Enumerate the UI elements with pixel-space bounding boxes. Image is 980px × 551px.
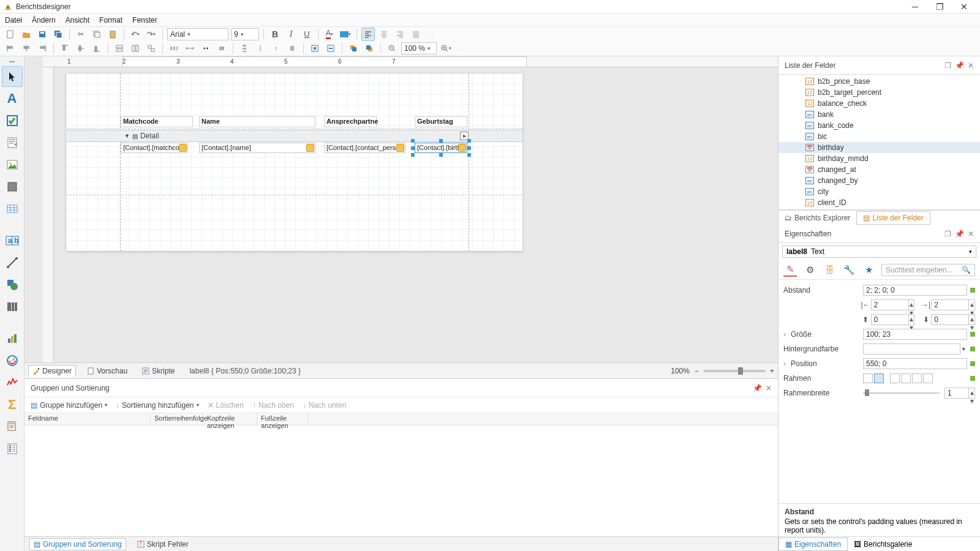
prop-abstand-value[interactable]: 2; 2; 0; 0: [863, 285, 967, 296]
delete-button[interactable]: ✕Löschen: [208, 401, 244, 410]
tool-panel[interactable]: [2, 176, 23, 197]
cat-design-icon[interactable]: 🔧: [842, 263, 856, 277]
new-icon[interactable]: [4, 28, 17, 41]
close-button[interactable]: ✕: [952, 2, 976, 12]
report-page[interactable]: MatchcodeNameAnsprechpartneGeburtstag ▼▤…: [66, 73, 522, 251]
align-left-icon[interactable]: [361, 28, 375, 41]
field-list-item[interactable]: 12b2b_price_base: [778, 76, 980, 87]
menu-aendern[interactable]: Ändern: [32, 16, 56, 24]
toolbox-overflow-icon[interactable]: •••: [9, 59, 15, 65]
tab-groups[interactable]: ▤Gruppen und Sortierung: [29, 538, 126, 550]
minimize-button[interactable]: ─: [903, 2, 927, 12]
expand-icon[interactable]: ›: [783, 359, 791, 368]
column-header[interactable]: Geburtstag: [415, 116, 467, 127]
center-vert-icon[interactable]: [324, 42, 337, 55]
tool-image[interactable]: [2, 154, 23, 175]
expand-icon[interactable]: ›: [783, 330, 791, 339]
save-all-icon[interactable]: [51, 28, 65, 41]
column-header[interactable]: Name: [199, 116, 315, 127]
tab-report-explorer[interactable]: 🗂Berichts Explorer: [778, 212, 856, 224]
band-smart-tag-icon[interactable]: ▸: [460, 132, 469, 140]
prop-marker-icon[interactable]: [970, 347, 975, 351]
prop-marker-icon[interactable]: [970, 332, 975, 337]
cat-behavior-icon[interactable]: ⚙: [803, 263, 816, 277]
tool-table[interactable]: [2, 198, 23, 219]
tab-field-list[interactable]: ▤Liste der Felder: [856, 211, 930, 225]
prop-padding-right[interactable]: 2: [931, 299, 969, 310]
prop-marker-icon[interactable]: [970, 376, 975, 381]
tool-toc[interactable]: [2, 438, 23, 459]
window-icon[interactable]: ❐: [944, 61, 951, 70]
close-icon[interactable]: ✕: [968, 61, 974, 70]
tool-sparkline[interactable]: [2, 372, 23, 393]
prop-padding-top[interactable]: 0: [871, 314, 909, 325]
hspace-increase-icon[interactable]: [183, 42, 197, 55]
font-name-combo[interactable]: Arial▾: [167, 28, 228, 40]
menu-fenster[interactable]: Fenster: [132, 16, 157, 24]
tool-gauge[interactable]: [2, 350, 23, 371]
field-list-item[interactable]: 📅changed_at: [778, 164, 980, 175]
tab-preview[interactable]: Vorschau: [83, 365, 131, 377]
close-icon[interactable]: ✕: [968, 230, 974, 238]
tool-checkbox[interactable]: [2, 110, 23, 131]
bold-icon[interactable]: B: [268, 28, 282, 41]
prop-size-value[interactable]: 100; 23: [863, 329, 967, 340]
tool-barcode[interactable]: [2, 296, 23, 317]
object-selector[interactable]: label8Text▾: [782, 246, 976, 258]
border-width-slider[interactable]: [865, 389, 869, 396]
open-icon[interactable]: [20, 28, 33, 41]
field-list-item[interactable]: 📅birthday: [778, 142, 980, 153]
italic-icon[interactable]: I: [284, 28, 298, 41]
field-list-item[interactable]: abbank_code: [778, 120, 980, 131]
save-icon[interactable]: [36, 28, 49, 41]
center-horiz-icon[interactable]: [308, 42, 322, 55]
field-list-item[interactable]: 12balance_check: [778, 98, 980, 109]
hspace-decrease-icon[interactable]: [199, 42, 213, 55]
paste-icon[interactable]: [106, 28, 119, 41]
tool-character-comb[interactable]: ab: [2, 230, 23, 251]
hspace-equal-icon[interactable]: [167, 42, 181, 55]
tool-pivot[interactable]: Σ: [2, 394, 23, 415]
prop-padding-bottom[interactable]: 0: [931, 314, 969, 325]
vspace-remove-icon[interactable]: [285, 42, 299, 55]
align-edge-center-icon[interactable]: [20, 42, 33, 55]
field-list-item[interactable]: abchanged_by: [778, 175, 980, 186]
prop-padding-left[interactable]: 2: [871, 299, 909, 310]
field-list-item[interactable]: 12client_ID: [778, 197, 980, 208]
bound-field[interactable]: [Contact].[name]: [199, 143, 315, 153]
prop-marker-icon[interactable]: [970, 361, 975, 366]
zoom-combo[interactable]: 100 %▾: [401, 42, 437, 54]
prop-border-buttons[interactable]: [863, 373, 933, 383]
align-edge-right-icon[interactable]: [36, 42, 49, 55]
align-right-icon[interactable]: [393, 28, 407, 41]
tool-pointer[interactable]: [2, 66, 23, 87]
prop-marker-icon[interactable]: [970, 288, 975, 293]
field-list-item[interactable]: 12b2b_target_percent: [778, 87, 980, 98]
menu-datei[interactable]: Datei: [5, 16, 22, 24]
align-edge-bottom-icon[interactable]: [90, 42, 104, 55]
prop-bg-color[interactable]: [863, 343, 960, 354]
zoom-in-icon[interactable]: ▾: [439, 42, 453, 55]
field-list-item[interactable]: abbank: [778, 109, 980, 120]
zoom-plus-icon[interactable]: +: [770, 367, 774, 375]
cut-icon[interactable]: ✂: [74, 28, 88, 41]
align-edge-middle-icon[interactable]: [74, 42, 88, 55]
close-icon[interactable]: ✕: [766, 384, 772, 392]
align-justify-icon[interactable]: [409, 28, 423, 41]
cat-favorites-icon[interactable]: ★: [862, 263, 875, 277]
field-list-item[interactable]: abbic: [778, 131, 980, 142]
same-height-icon[interactable]: [129, 42, 142, 55]
cat-appearance-icon[interactable]: ✎: [783, 263, 797, 277]
hspace-remove-icon[interactable]: [215, 42, 228, 55]
tab-script-errors[interactable]: !Skript Fehler: [134, 539, 192, 550]
vspace-equal-icon[interactable]: [238, 42, 251, 55]
tab-report-gallery[interactable]: 🖼Berichtsgalerie: [848, 538, 918, 550]
same-size-icon[interactable]: [145, 42, 158, 55]
align-edge-left-icon[interactable]: [4, 42, 17, 55]
vspace-decrease-icon[interactable]: [270, 42, 283, 55]
maximize-button[interactable]: ❐: [927, 2, 952, 12]
tab-scripts[interactable]: Skripte: [138, 365, 178, 377]
design-surface[interactable]: 1 2 3 4 5 6 7 MatchcodeNameAnsprechpartn…: [24, 56, 778, 362]
pin-icon[interactable]: 📌: [955, 61, 964, 70]
column-header[interactable]: Ansprechpartne: [324, 116, 377, 127]
